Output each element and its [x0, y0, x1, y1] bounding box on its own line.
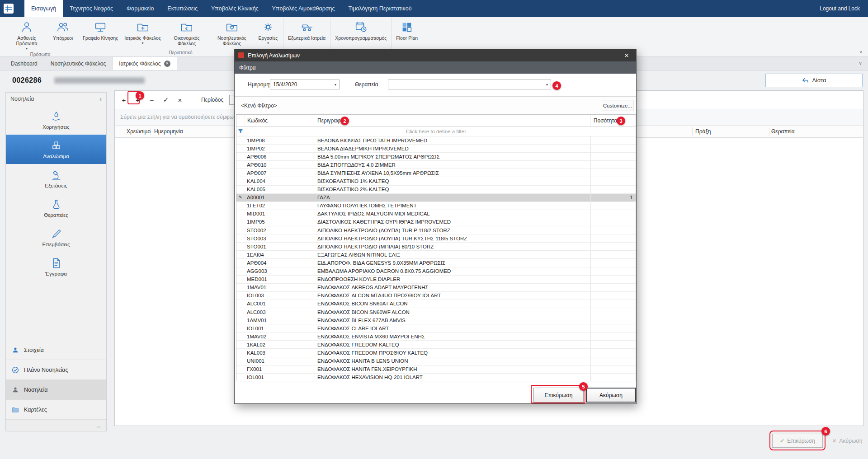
- tabs-overflow-chevron-icon[interactable]: ˅: [859, 61, 868, 66]
- table-row[interactable]: KAL004 ΒΙΣΚΟΕΛΑΣΤΙΚΟ 1% KALTEQ: [236, 177, 636, 185]
- column-header-kodikos[interactable]: Κωδικός: [245, 115, 314, 126]
- table-row[interactable]: ΑΡΘ007 ΒΙΔΑ ΣΥΜΠΙΕΣΗΣ ΑΥΧΕΝΑ 10,5Χ95mm Α…: [236, 169, 636, 177]
- dialog-title-bar[interactable]: Επιλογή Αναλωσίμων ✕: [235, 49, 636, 61]
- menu-tab-ypovoles-aimokatharsis[interactable]: Υποβολές Αιμοκάθαρσης: [265, 0, 342, 17]
- column-header-imerominia[interactable]: Ημερομηνία: [154, 126, 183, 138]
- table-row[interactable]: ✎ A00001 ΓΑΖΑ 1: [236, 194, 636, 202]
- table-row[interactable]: 1IMP05 ΔΙΑΣΤΟΛΙΚΟΣ ΚΑΘΕΤΗΡΑΣ ΟΥΡΗΘΡΑΣ IM…: [236, 218, 636, 226]
- row-code: STO003: [245, 236, 314, 241]
- menu-tab-farmakeio[interactable]: Φαρμακείο: [120, 0, 160, 17]
- ribbon-button-grafeio-kinisis[interactable]: Γραφείο Κίνησης: [80, 18, 121, 42]
- sidebar-item-exetaseis[interactable]: Εξετάσεις: [6, 164, 106, 193]
- table-row[interactable]: MID001 ΔΑΚΤΥΛΙΟΣ ΙΡΙΔΟΣ MALYUGIN MIDI ME…: [236, 210, 636, 218]
- table-row[interactable]: 1KAL02 ΕΝΔΟΦΑΚΟΣ FREEDOM KALTEQ: [236, 341, 636, 349]
- menu-bar: Εισαγωγή Τεχνητός Νεφρός Φαρμακείο Εκτυπ…: [0, 0, 868, 17]
- row-qty: [590, 153, 636, 160]
- ribbon-collapse-icon[interactable]: ˄: [860, 49, 863, 55]
- row-desc: ΒΕΛΟΝΑ ΒΙΟΨΙΑΣ ΠΡΟΣΤΑΤΗ IMPROVEMED: [314, 138, 590, 143]
- column-header-praxi[interactable]: Πράξη: [695, 126, 711, 138]
- row-code: 1MAV02: [245, 334, 314, 339]
- table-row[interactable]: 1AMV01 ΕΝΔΟΦΑΚΟΣ BI-FLEX 677AB AMVIS: [236, 316, 636, 324]
- row-code: KAL005: [245, 187, 314, 192]
- column-header-chreosimo[interactable]: Χρεώσιμο: [127, 126, 151, 138]
- menu-tab-texnitos-nefros[interactable]: Τεχνητός Νεφρός: [63, 0, 120, 17]
- table-row[interactable]: ΑΡΘ004 ΕΙΔ.ΑΠΟΡΟΦ. ΒΙΔΑ GENESYS 9.0X35MM…: [236, 259, 636, 267]
- table-row[interactable]: IOL003 ΕΝΔΟΦΑΚΟΣ ALCON ΜΤΑ4UO ΠΡΟΣΘΙΟΥ I…: [236, 292, 636, 300]
- ribbon-button-exoterika-iatreia[interactable]: Εξωτερικά Ιατρεία: [285, 18, 329, 42]
- table-row[interactable]: 1ΕΛΙ04 ΕΞΑΓΩΓΕΑΣ ΛΙΘΩΝ NITINOL ΕΛΙΞ: [236, 251, 636, 259]
- table-row[interactable]: UNI001 ΕΝΔΟΦΑΚΟΣ HANITA B LENS UNION: [236, 357, 636, 365]
- ribbon-button-label: Εξωτερικά Ιατρεία: [288, 35, 326, 41]
- menu-tab-ektyposeis[interactable]: Εκτυπώσεις: [160, 0, 204, 17]
- tab-iatrikos-fakelos[interactable]: Ιατρικός Φάκελος ✕: [113, 57, 177, 70]
- table-row[interactable]: IOL001 ΕΝΔΟΦΑΚΟΣ CLARE IOLART: [236, 324, 636, 333]
- table-row[interactable]: STO003 ΔΙΠΟΛΙΚΟ ΗΛΕΚΤΡΟΔΙΟ (ΛΟΥΠΑ) TUR Κ…: [236, 234, 636, 243]
- sidebar-collapse-icon[interactable]: ‹: [99, 95, 102, 103]
- table-row[interactable]: 1MAV02 ΕΝΔΟΦΑΚΟΣ ENVISTA MX60 ΜΑΥΡΟΓΕΝΗΣ: [236, 333, 636, 341]
- table-row[interactable]: 1ΓΕΤ02 ΓΛΥΦΑΝΟ ΠΟΛΥΠΕΚΤΟΜΗΣ ΓΕΤΡΙΜΕΝΤ: [236, 202, 636, 210]
- post-edit-button[interactable]: ✓: [160, 94, 171, 105]
- sidebar-item-eggrafa[interactable]: Έγγραφα: [6, 252, 106, 281]
- sidebar-item-chorigiseis[interactable]: Χορηγήσεις: [6, 105, 106, 135]
- sidebar-item-label: Στοιχεία: [24, 347, 44, 353]
- tab-dashboard[interactable]: Dashboard: [5, 57, 44, 70]
- column-header-therapeia[interactable]: Θεραπεία: [771, 126, 795, 138]
- filter-definition-row[interactable]: Click here to define a filter: [236, 126, 636, 136]
- menu-tab-eisagogi[interactable]: Εισαγωγή: [24, 0, 63, 17]
- grid-header-row: Κωδικός Περιγραφή Ποσότητα: [236, 115, 636, 126]
- menu-tab-timologisi[interactable]: Τιμολόγηση Περιστατικού: [341, 0, 418, 17]
- table-row[interactable]: ALC001 ΕΝΔΟΦΑΚΟΣ BICON SN60AT ALCON: [236, 300, 636, 308]
- sidebar-item-karteles[interactable]: Καρτέλες: [6, 399, 106, 419]
- ribbon-button-iatrikos-fakelos[interactable]: Ιατρικός Φάκελος ▾: [121, 18, 164, 46]
- sidebar-item-nosileia[interactable]: Νοσηλεία: [6, 379, 106, 399]
- ribbon-button-ergasies[interactable]: Εργασίες ▾: [255, 18, 282, 46]
- list-button[interactable]: Λίστα: [765, 74, 863, 87]
- table-row[interactable]: STO002 ΔΙΠΟΛΙΚΟ ΗΛΕΚΤΡΟΔΙΟ (ΛΟΥΠΑ) TUR P…: [236, 226, 636, 234]
- table-row[interactable]: KAL003 ΕΝΔΟΦΑΚΟΣ FREEDOM ΠΡΟΣΘΙΟΥ KALTEQ: [236, 349, 636, 357]
- column-header-posotita[interactable]: Ποσότητα: [590, 115, 636, 126]
- ribbon-button-patients[interactable]: Ασθενείς Πρόσωπα ▾: [4, 18, 49, 52]
- row-qty: [590, 177, 636, 185]
- empty-filter-label[interactable]: <Κενό Φίλτρο>: [241, 103, 277, 109]
- sidebar-item-therapeies[interactable]: Θεραπείες: [6, 193, 106, 223]
- period-label: Περίοδος: [201, 97, 223, 103]
- sidebar-item-analosima[interactable]: Αναλώσιμα: [6, 135, 106, 164]
- ribbon-button-scheduler[interactable]: Χρονοπρογραμματισμός: [332, 18, 390, 42]
- row-qty: [590, 145, 636, 152]
- column-header-perigrafi[interactable]: Περιγραφή: [314, 115, 590, 126]
- logout-and-lock-button[interactable]: Logout and Lock: [820, 0, 868, 17]
- footer-cancel-button[interactable]: ✕ Ακύρωση: [829, 434, 866, 448]
- ribbon-button-floor-plan[interactable]: Floor Plan: [393, 18, 421, 42]
- sidebar-item-epemvaseis[interactable]: Επεμβάσεις: [6, 223, 106, 252]
- dialog-cancel-button[interactable]: Ακύρωση: [586, 388, 636, 403]
- table-row[interactable]: ΓΧ001 ΕΝΔΟΦΑΚΟΣ HANITA ΓΕΝ.ΧΕΙΡΟΥΡΓΙΚΗ: [236, 365, 636, 374]
- customize-button[interactable]: Customize...: [602, 100, 633, 111]
- table-row[interactable]: 1IMP02 ΒΕΛΟΝΑ ΔΙΑΔΕΡΜΙΚΗ IMPROVEMED: [236, 145, 636, 153]
- tab-nosileutikos-fakelos[interactable]: Νοσηλευτικός Φάκελος: [44, 57, 113, 70]
- delete-row-button[interactable]: −: [146, 94, 157, 105]
- table-row[interactable]: MED001 ΕΝΔΟΠΡΟΘΕΣΗ KOYLE DIAPLER: [236, 276, 636, 284]
- ribbon-button-oikonomikos-fakelos[interactable]: € Οικονομικός Φάκελος: [164, 18, 209, 47]
- therapy-combobox[interactable]: ▾: [388, 80, 551, 89]
- ribbon-button-nosileutikos-fakelos[interactable]: Νοσηλευτικός Φάκελος: [209, 18, 255, 47]
- dialog-close-icon[interactable]: ✕: [621, 52, 632, 59]
- table-row[interactable]: STO001 ΔΙΠΟΛΙΚΟ ΗΛΕΚΤΡΟΔΙΟ (ΜΠΙΛΙΑ) 80/1…: [236, 243, 636, 251]
- sidebar-more-button[interactable]: ...: [6, 419, 106, 431]
- table-row[interactable]: ΑΡΘ006 ΒΙΔΑ 5.00mm ΜΕΡΙΚΟΥ ΣΠΕΙΡΩΜΑΤΟΣ Α…: [236, 153, 636, 161]
- cancel-edit-button[interactable]: ×: [175, 94, 185, 105]
- tab-close-icon[interactable]: ✕: [164, 61, 170, 67]
- sidebar-item-stoixeia[interactable]: Στοιχεία: [6, 340, 106, 360]
- row-qty: [590, 218, 636, 226]
- table-row[interactable]: KAL005 ΒΙΣΚΟΕΛΑΣΤΙΚΟ 2% KALTEQ: [236, 186, 636, 194]
- table-row[interactable]: AGG003 ΕΜΒΑΛΩΜΑ ΑΡΘΡΙΑΚΟ DACRON 0.8X0.75…: [236, 267, 636, 276]
- menu-tab-ypovoles-klinikis[interactable]: Υποβολές Κλινικής: [204, 0, 265, 17]
- sidebar-item-plano-nosileias[interactable]: Πλάνο Νοσηλείας: [6, 360, 106, 379]
- sidebar-item-label: Εξετάσεις: [45, 183, 67, 188]
- table-row[interactable]: ALC003 ΕΝΔΟΦΑΚΟΣ BICON SN60WF ALCON: [236, 308, 636, 316]
- table-row[interactable]: 1IMP08 ΒΕΛΟΝΑ ΒΙΟΨΙΑΣ ΠΡΟΣΤΑΤΗ IMPROVEME…: [236, 136, 636, 145]
- table-row[interactable]: 1MAV01 ΕΝΔΟΦΑΚΟΣ AKREOS ADAPT ΜΑΥΡΟΓΕΝΗΣ: [236, 284, 636, 292]
- ribbon-button-ypochreoi[interactable]: Υπόχρεοι: [49, 18, 76, 42]
- table-row[interactable]: IOL001 ΕΝΔΟΦΑΚΟΣ HEXAVISION HQ-201 IOLAR…: [236, 374, 636, 381]
- date-combobox[interactable]: 15/4/2020 ▾: [270, 80, 340, 89]
- table-row[interactable]: ΑΡΘ010 ΒΙΔΑ ΣΠΟΓΓΩΔΟΥΣ 4,0 ZIMMER: [236, 161, 636, 169]
